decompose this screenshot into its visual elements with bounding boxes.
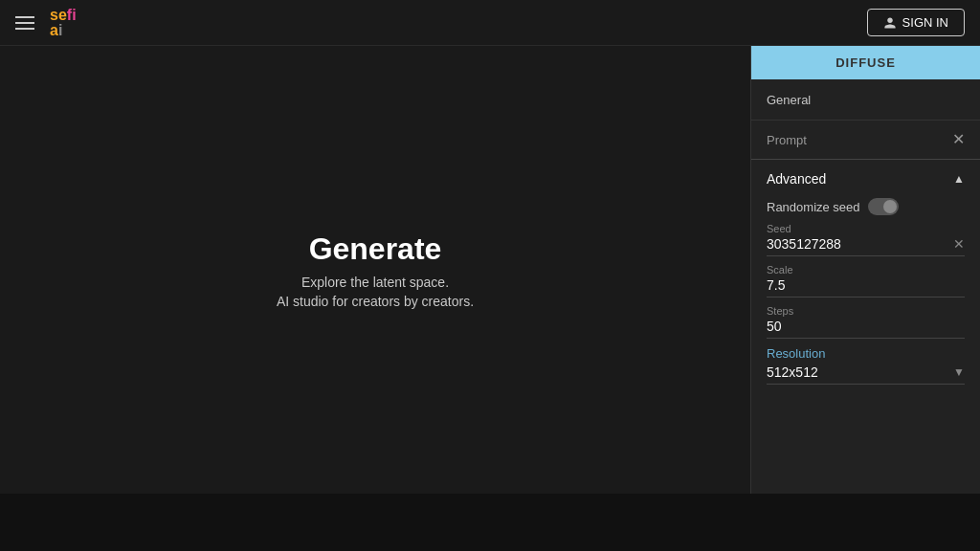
navbar-left: sefi ai xyxy=(15,8,77,38)
resolution-value: 512x512 xyxy=(767,364,818,380)
center-content: Generate Explore the latent space. AI st… xyxy=(0,46,750,494)
steps-label: Steps xyxy=(767,305,965,317)
panel-scroll[interactable]: General Prompt ✕ Advanced ▲ Randomize se… xyxy=(751,79,980,494)
logo-i: i xyxy=(58,23,62,38)
resolution-section: Resolution 512x512 ▼ xyxy=(767,346,965,385)
bottom-bar xyxy=(0,494,980,551)
sign-in-label: SIGN IN xyxy=(902,15,948,30)
seed-value: 3035127288 xyxy=(767,236,841,252)
main-layout: Generate Explore the latent space. AI st… xyxy=(0,46,980,494)
scale-group: Scale 7.5 xyxy=(767,264,965,298)
randomize-seed-label: Randomize seed xyxy=(767,200,860,214)
page-description: AI studio for creators by creators. xyxy=(277,294,474,309)
page-subtitle: Explore the latent space. xyxy=(301,275,449,290)
seed-label: Seed xyxy=(767,223,965,234)
navbar: sefi ai SIGN IN xyxy=(0,0,980,46)
seed-row: 3035127288 ✕ xyxy=(767,236,965,256)
resolution-dropdown-icon: ▼ xyxy=(953,365,965,379)
prompt-section: Prompt ✕ xyxy=(751,121,980,160)
prompt-clear-button[interactable]: ✕ xyxy=(952,132,965,147)
prompt-row: Prompt ✕ xyxy=(767,132,965,147)
scale-value: 7.5 xyxy=(767,277,785,293)
advanced-header[interactable]: Advanced ▲ xyxy=(767,171,965,187)
scale-row: 7.5 xyxy=(767,277,965,298)
chevron-up-icon: ▲ xyxy=(953,172,965,186)
scale-label: Scale xyxy=(767,264,965,276)
general-section: General xyxy=(751,79,980,121)
seed-group: Seed 3035127288 ✕ xyxy=(767,223,965,256)
logo-se: se xyxy=(50,8,67,23)
right-panel: DIFFUSE General Prompt ✕ Advanced ▲ xyxy=(750,46,980,494)
sign-in-button[interactable]: SIGN IN xyxy=(867,9,965,36)
user-icon xyxy=(883,16,897,30)
advanced-title: Advanced xyxy=(767,171,826,187)
prompt-label: Prompt xyxy=(767,133,807,147)
hamburger-menu[interactable] xyxy=(15,16,34,30)
resolution-label: Resolution xyxy=(767,346,965,361)
general-label: General xyxy=(767,93,811,107)
seed-clear-button[interactable]: ✕ xyxy=(953,236,965,252)
logo-fi: fi xyxy=(67,8,77,23)
randomize-seed-toggle[interactable] xyxy=(868,198,899,215)
diffuse-tab[interactable]: DIFFUSE xyxy=(751,46,980,79)
steps-value: 50 xyxy=(767,319,782,334)
page-title: Generate xyxy=(309,231,442,267)
advanced-section: Advanced ▲ Randomize seed Seed 303512728… xyxy=(751,160,980,396)
resolution-row[interactable]: 512x512 ▼ xyxy=(767,364,965,385)
diffuse-tab-label: DIFFUSE xyxy=(835,55,896,70)
logo-a: a xyxy=(50,23,58,38)
randomize-seed-row: Randomize seed xyxy=(767,198,965,215)
logo: sefi ai xyxy=(50,8,77,38)
toggle-knob xyxy=(883,200,897,213)
steps-row: 50 xyxy=(767,319,965,339)
steps-group: Steps 50 xyxy=(767,305,965,339)
